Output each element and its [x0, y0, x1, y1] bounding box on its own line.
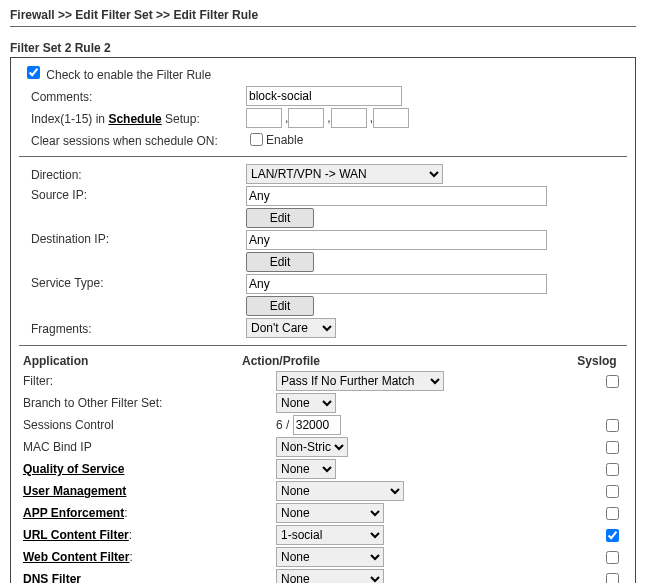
schedule-row: Index(1-15) in Schedule Setup: , , ,: [19, 107, 627, 129]
sessions-row: Sessions Control 6 /: [19, 414, 627, 436]
macbind-select[interactable]: Non-Strict: [276, 437, 348, 457]
header-syslog: Syslog: [567, 354, 627, 368]
direction-row: Direction: LAN/RT/VPN -> WAN: [19, 163, 627, 185]
urlcf-syslog-checkbox[interactable]: [606, 529, 619, 542]
urlcf-select[interactable]: 1-social: [276, 525, 384, 545]
urlcf-row: URL Content Filter: 1-social: [19, 524, 627, 546]
filter-select[interactable]: Pass If No Further Match: [276, 371, 444, 391]
webcf-row: Web Content Filter: None: [19, 546, 627, 568]
service-type-row: Service Type: Edit: [19, 273, 627, 317]
filter-row: Filter: Pass If No Further Match: [19, 370, 627, 392]
webcf-select[interactable]: None: [276, 547, 384, 567]
comments-input[interactable]: [246, 86, 402, 106]
header-action-profile: Action/Profile: [242, 354, 567, 368]
branch-row: Branch to Other Filter Set: None: [19, 392, 627, 414]
appenf-row: APP Enforcement: None: [19, 502, 627, 524]
macbind-row: MAC Bind IP Non-Strict: [19, 436, 627, 458]
macbind-syslog-checkbox[interactable]: [606, 441, 619, 454]
dnsf-syslog-checkbox[interactable]: [606, 573, 619, 584]
schedule-index-2[interactable]: [288, 108, 324, 128]
schedule-index-3[interactable]: [331, 108, 367, 128]
sessions-current: 6: [276, 418, 283, 432]
appenf-syslog-checkbox[interactable]: [606, 507, 619, 520]
enable-row: Check to enable the Filter Rule: [19, 60, 627, 85]
usermgmt-select[interactable]: None: [276, 481, 404, 501]
dest-ip-input[interactable]: [246, 230, 547, 250]
qos-syslog-checkbox[interactable]: [606, 463, 619, 476]
source-ip-input[interactable]: [246, 186, 547, 206]
comments-row: Comments:: [19, 85, 627, 107]
dest-ip-edit-button[interactable]: Edit: [246, 252, 314, 272]
service-type-edit-button[interactable]: Edit: [246, 296, 314, 316]
fragments-select[interactable]: Don't Care: [246, 318, 336, 338]
schedule-pre-text: Index(1-15) in: [31, 112, 108, 126]
usermgmt-link[interactable]: User Management: [23, 484, 126, 498]
dnsf-select[interactable]: None: [276, 569, 384, 583]
comments-label: Comments:: [27, 88, 246, 104]
branch-select[interactable]: None: [276, 393, 336, 413]
dest-ip-row: Destination IP: Edit: [19, 229, 627, 273]
section-title: Filter Set 2 Rule 2: [10, 41, 636, 55]
service-type-label: Service Type:: [27, 274, 246, 290]
enable-rule-label: Check to enable the Filter Rule: [46, 68, 211, 82]
clear-sessions-row: Clear sessions when schedule ON: Enable: [19, 129, 627, 150]
sessions-syslog-checkbox[interactable]: [606, 419, 619, 432]
dest-ip-label: Destination IP:: [27, 230, 246, 246]
clear-sessions-enable-label: Enable: [266, 133, 303, 147]
appenf-link[interactable]: APP Enforcement: [23, 506, 124, 520]
usermgmt-row: User Management None: [19, 480, 627, 502]
fragments-row: Fragments: Don't Care: [19, 317, 627, 339]
sessions-sep: /: [286, 418, 289, 432]
breadcrumb: Firewall >> Edit Filter Set >> Edit Filt…: [10, 8, 636, 27]
schedule-label: Index(1-15) in Schedule Setup:: [27, 110, 246, 126]
filter-rule-panel: Check to enable the Filter Rule Comments…: [10, 57, 636, 583]
schedule-index-4[interactable]: [373, 108, 409, 128]
webcf-link[interactable]: Web Content Filter: [23, 550, 129, 564]
sessions-max-input[interactable]: [293, 415, 341, 435]
dnsf-row: DNS Filter None: [19, 568, 627, 583]
schedule-index-1[interactable]: [246, 108, 282, 128]
action-profile-header: Application Action/Profile Syslog: [19, 352, 627, 370]
source-ip-row: Source IP: Edit: [19, 185, 627, 229]
urlcf-link[interactable]: URL Content Filter: [23, 528, 129, 542]
direction-select[interactable]: LAN/RT/VPN -> WAN: [246, 164, 443, 184]
source-ip-edit-button[interactable]: Edit: [246, 208, 314, 228]
clear-sessions-label: Clear sessions when schedule ON:: [27, 132, 246, 148]
usermgmt-syslog-checkbox[interactable]: [606, 485, 619, 498]
source-ip-label: Source IP:: [27, 186, 246, 202]
sessions-label: Sessions Control: [19, 418, 276, 432]
qos-link[interactable]: Quality of Service: [23, 462, 124, 476]
fragments-label: Fragments:: [27, 320, 246, 336]
schedule-link[interactable]: Schedule: [108, 112, 161, 126]
filter-label: Filter:: [19, 374, 276, 388]
macbind-label: MAC Bind IP: [19, 440, 276, 454]
dnsf-link[interactable]: DNS Filter: [23, 572, 81, 583]
schedule-post-text: Setup:: [165, 112, 200, 126]
appenf-select[interactable]: None: [276, 503, 384, 523]
filter-syslog-checkbox[interactable]: [606, 375, 619, 388]
header-application: Application: [23, 354, 242, 368]
qos-select[interactable]: None: [276, 459, 336, 479]
qos-row: Quality of Service None: [19, 458, 627, 480]
service-type-input[interactable]: [246, 274, 547, 294]
clear-sessions-enable-checkbox[interactable]: [250, 133, 263, 146]
direction-label: Direction:: [27, 166, 246, 182]
webcf-syslog-checkbox[interactable]: [606, 551, 619, 564]
branch-label: Branch to Other Filter Set:: [19, 396, 276, 410]
enable-rule-checkbox[interactable]: [27, 66, 40, 79]
